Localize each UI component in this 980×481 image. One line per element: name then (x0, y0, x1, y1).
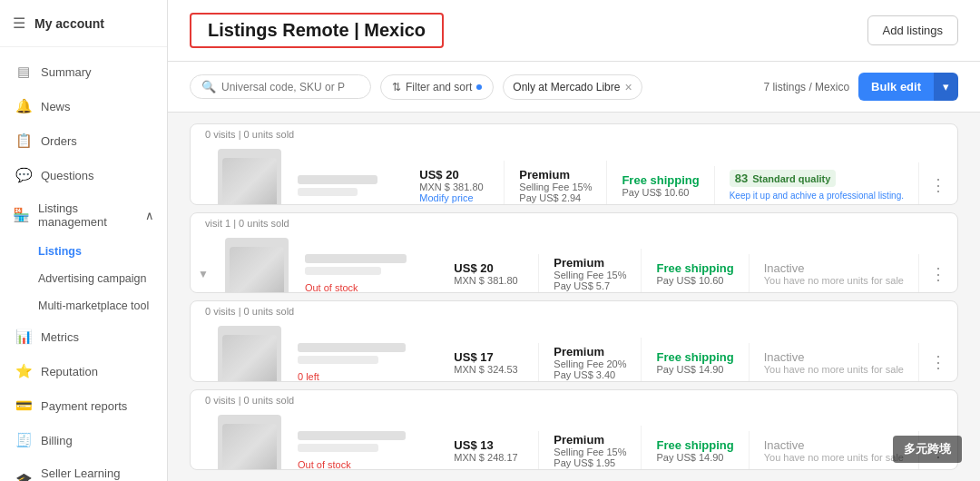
listing-type-col: Premium Selling Fee 15% Pay US$ 2.94 (505, 161, 607, 205)
main-content: Listings Remote | Mexico Add listings 🔍 … (168, 0, 980, 481)
sidebar-item-label: Metrics (41, 330, 79, 344)
listing-shipping: Free shipping (622, 173, 699, 187)
listing-shipping-pay: Pay US$ 14.90 (656, 452, 733, 463)
listing-inactive-sub: You have no more units for sale (764, 364, 904, 375)
listing-info: Out of stock (290, 422, 439, 470)
listing-status-col: Inactive You have no more units for sale (750, 431, 919, 470)
listing-shipping: Free shipping (656, 438, 733, 452)
out-of-stock-label: Out of stock (298, 459, 432, 470)
sidebar-item-billing[interactable]: 🧾 Billing (0, 423, 167, 457)
listing-price: US$ 20 (454, 261, 524, 275)
filter-sort-label: Filter and sort (406, 81, 472, 93)
listing-cols: 0 left US$ 17 MXN $ 324.53 Premium Selli… (191, 317, 957, 382)
listing-expander[interactable]: ▼ (191, 268, 216, 280)
sidebar-item-label: News (41, 100, 71, 113)
listing-type: Premium (554, 256, 626, 270)
listing-shipping-pay: Pay US$ 10.60 (656, 275, 733, 286)
listing-fee: Selling Fee 15% (554, 270, 626, 280)
listing-more-button[interactable]: ⋮ (919, 441, 957, 461)
listing-more-button[interactable]: ⋮ (919, 264, 957, 284)
listings-count: 7 listings / Mexico (763, 81, 849, 93)
sidebar-item-news[interactable]: 🔔 News (0, 89, 167, 123)
sidebar-item-listings-management[interactable]: 🏪 Listings management ∧ (0, 192, 167, 238)
sidebar-item-multi-marketplace[interactable]: Multi-marketplace tool (0, 292, 167, 319)
bulk-edit-button[interactable]: Bulk edit ▾ (858, 73, 958, 101)
sidebar-item-summary[interactable]: ▤ Summary (0, 54, 167, 89)
listing-card: visit 1 | 0 units sold ▼ Out of stock US… (190, 212, 958, 294)
remove-chip-icon[interactable]: × (624, 80, 632, 94)
listing-fee: Selling Fee 20% (554, 358, 626, 369)
summary-icon: ▤ (15, 64, 32, 80)
listing-more-button[interactable]: ⋮ (919, 352, 957, 372)
search-box[interactable]: 🔍 (190, 74, 371, 99)
sidebar-item-seller-learning[interactable]: 🎓 Seller Learning Center (0, 457, 167, 481)
sidebar-item-reputation[interactable]: ⭐ Reputation (0, 354, 167, 388)
listing-stats: 0 visits | 0 units sold (191, 390, 957, 406)
quality-label: Standard quality (752, 173, 830, 184)
listing-more-button[interactable]: ⋮ (919, 175, 957, 195)
sidebar-item-payment-reports[interactable]: 💳 Payment reports (0, 388, 167, 423)
listing-type: Premium (554, 433, 626, 447)
listing-stats: visit 1 | 0 units sold (191, 213, 957, 229)
listing-inactive-sub: You have no more units for sale (764, 275, 904, 286)
listing-price-mx: MXN $ 324.53 (454, 364, 524, 375)
listing-inactive-status: Inactive (764, 438, 904, 452)
listing-price-mx: MXN $ 381.80 (419, 182, 489, 192)
sidebar-sub-label: Advertising campaign (38, 272, 147, 285)
listing-shipping-col: Free shipping Pay US$ 14.90 (642, 343, 749, 382)
listing-type-col: Premium Selling Fee 20% Pay US$ 3.40 (539, 338, 642, 382)
listing-info: Out of stock (298, 245, 439, 293)
quality-sub: Keep it up and achive a professional lis… (730, 191, 904, 201)
listing-fee: Selling Fee 15% (554, 447, 626, 457)
listing-type: Premium (519, 168, 592, 182)
add-listings-button[interactable]: Add listings (867, 15, 958, 45)
metrics-icon: 📊 (15, 329, 32, 345)
listing-shipping-col: Free shipping Pay US$ 14.90 (642, 431, 749, 470)
sidebar-header: ☰ My account (0, 0, 167, 47)
listing-price-mx: MXN $ 381.80 (454, 275, 524, 286)
filter-icon: ⇅ (392, 81, 401, 93)
bulk-edit-main-button[interactable]: Bulk edit (858, 73, 934, 101)
listing-type: Premium (554, 345, 626, 358)
billing-icon: 🧾 (15, 432, 32, 448)
chip-label: Only at Mercado Libre (513, 81, 620, 93)
chevron-up-icon: ∧ (145, 209, 154, 222)
search-input[interactable] (221, 81, 359, 93)
out-of-stock-label: Out of stock (305, 282, 432, 293)
listing-price-col: US$ 17 MXN $ 324.53 (439, 343, 539, 382)
listing-price: US$ 17 (454, 350, 524, 364)
bulk-edit-dropdown-button[interactable]: ▾ (934, 73, 958, 101)
listing-price-col: US$ 20 MXN $ 381.80 (439, 254, 539, 293)
listing-fee-pay: Pay US$ 2.94 (519, 192, 592, 203)
sidebar-item-label: Summary (41, 65, 92, 79)
marketplace-chip[interactable]: Only at Mercado Libre × (503, 74, 642, 100)
filter-sort-button[interactable]: ⇅ Filter and sort (380, 74, 494, 100)
sidebar-item-label: Questions (41, 169, 94, 182)
sidebar-item-questions[interactable]: 💬 Questions (0, 158, 167, 192)
listing-cols: ▼ Out of stock US$ 20 MXN $ 381.80 Premi… (191, 229, 957, 294)
sidebar-item-listings[interactable]: Listings (0, 238, 167, 265)
sidebar-item-label: Orders (41, 134, 77, 148)
sidebar-item-advertising[interactable]: Advertising campaign (0, 265, 167, 292)
listing-shipping-col: Free shipping Pay US$ 10.60 (642, 254, 749, 293)
listing-shipping: Free shipping (656, 350, 733, 364)
listing-fee-pay: Pay US$ 1.95 (554, 457, 626, 468)
listing-image (218, 149, 281, 205)
reputation-icon: ⭐ (15, 363, 32, 379)
sidebar-item-label: Reputation (41, 365, 98, 378)
sidebar-item-label: Billing (41, 434, 73, 447)
sidebar-nav: ▤ Summary 🔔 News 📋 Orders 💬 Questions 🏪 … (0, 47, 167, 481)
listing-price: US$ 13 (454, 438, 524, 452)
sidebar-item-orders[interactable]: 📋 Orders (0, 123, 167, 158)
listing-card-inner: 0 visits | 0 units sold Out of stock US$… (191, 390, 957, 470)
modify-price-link[interactable]: Modify price (419, 192, 489, 203)
listing-price-mx: MXN $ 248.17 (454, 452, 524, 463)
sidebar-sub-label: Listings (38, 245, 82, 258)
sidebar-item-label: Listings management (38, 201, 136, 229)
sidebar-item-metrics[interactable]: 📊 Metrics (0, 319, 167, 354)
quality-badge: 83 Standard quality (730, 170, 837, 187)
sidebar-item-label: Seller Learning Center (41, 466, 154, 481)
toolbar: 🔍 ⇅ Filter and sort Only at Mercado Libr… (168, 62, 980, 113)
listing-shipping: Free shipping (656, 261, 733, 275)
listing-fee-pay: Pay US$ 5.7 (554, 280, 626, 291)
